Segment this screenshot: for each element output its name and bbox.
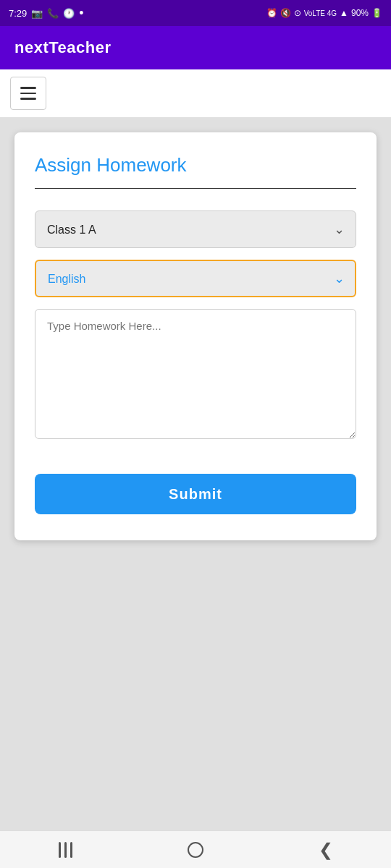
back-button[interactable]: ❮ — [311, 835, 340, 864]
home-button[interactable] — [181, 835, 210, 864]
recent-apps-button[interactable] — [51, 835, 80, 864]
homework-textarea[interactable] — [35, 309, 356, 439]
svg-point-0 — [188, 843, 203, 857]
submit-button[interactable]: Submit — [35, 474, 356, 514]
class-select[interactable]: Class 1 A Class 1 B Class 2 A Class 2 B — [35, 210, 356, 248]
homework-textarea-group — [35, 309, 356, 442]
bottom-nav: ❮ — [0, 830, 391, 868]
signal-icon: ▲ — [340, 8, 348, 18]
status-bar: 7:29 📷 📞 🕐 • ⏰ 🔇 ⊙ VoLTE 4G ▲ 90% 🔋 — [0, 0, 391, 26]
card-divider — [35, 188, 356, 189]
camera-icon: 📷 — [31, 8, 43, 19]
mute-icon: 🔇 — [280, 8, 291, 18]
status-bar-right: ⏰ 🔇 ⊙ VoLTE 4G ▲ 90% 🔋 — [266, 8, 382, 18]
dot-icon: • — [79, 6, 83, 21]
wifi-icon: ⊙ — [294, 8, 301, 18]
hamburger-menu-button[interactable] — [10, 77, 46, 110]
lte-indicator: VoLTE 4G — [304, 9, 337, 17]
three-lines-icon — [59, 842, 72, 858]
menu-row — [0, 69, 391, 118]
phone-icon: 📞 — [47, 8, 59, 19]
status-time: 7:29 — [9, 8, 27, 19]
status-bar-left: 7:29 📷 📞 🕐 • — [9, 6, 84, 21]
app-bar-title: nextTeacher — [14, 38, 111, 57]
subject-select[interactable]: English Mathematics Science Social Studi… — [35, 260, 356, 297]
home-circle-icon — [187, 841, 204, 859]
assign-homework-card: Assign Homework Class 1 A Class 1 B Clas… — [14, 132, 377, 540]
card-title: Assign Homework — [35, 154, 356, 176]
battery-text: 90% — [351, 8, 369, 18]
class-dropdown-group: Class 1 A Class 1 B Class 2 A Class 2 B … — [35, 210, 356, 248]
app-bar: nextTeacher — [0, 26, 391, 69]
back-chevron-icon: ❮ — [319, 840, 333, 860]
hamburger-icon — [20, 87, 36, 100]
content-area: Assign Homework Class 1 A Class 1 B Clas… — [0, 118, 391, 868]
subject-select-wrapper: English Mathematics Science Social Studi… — [35, 260, 356, 297]
clock-icon: 🕐 — [63, 8, 75, 19]
class-select-wrapper: Class 1 A Class 1 B Class 2 A Class 2 B … — [35, 210, 356, 248]
alarm-icon: ⏰ — [266, 8, 277, 18]
subject-dropdown-group: English Mathematics Science Social Studi… — [35, 260, 356, 297]
battery-icon: 🔋 — [371, 8, 382, 18]
